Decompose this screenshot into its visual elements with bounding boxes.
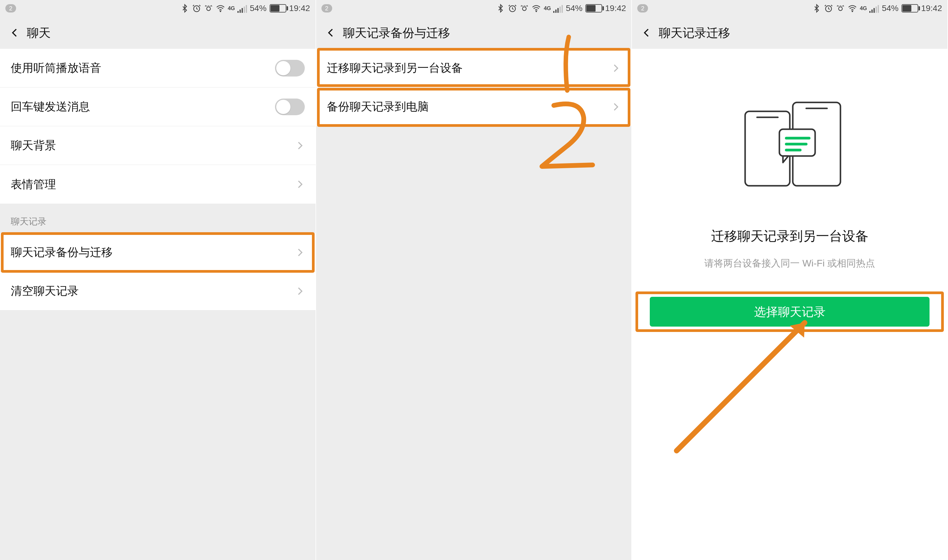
alarm-icon <box>508 4 517 13</box>
options-list: 迁移聊天记录到另一台设备 备份聊天记录到电脑 <box>316 49 632 560</box>
migrate-subtext: 请将两台设备接入同一 Wi-Fi 或相同热点 <box>704 257 875 270</box>
cell-enter-send[interactable]: 回车键发送消息 <box>0 88 316 126</box>
bluetooth-icon <box>496 4 505 13</box>
back-button[interactable] <box>8 26 22 39</box>
cell-backup-to-pc[interactable]: 备份聊天记录到电脑 <box>316 88 632 126</box>
page-title: 聊天 <box>27 25 51 41</box>
two-phones-illustration <box>733 97 846 192</box>
battery-icon <box>586 4 602 12</box>
svg-point-5 <box>536 11 537 12</box>
cell-label: 表情管理 <box>11 177 56 192</box>
toggle-enter-send[interactable] <box>275 98 305 115</box>
svg-point-8 <box>852 11 853 12</box>
signal-icon <box>237 4 247 13</box>
alarm-icon <box>824 4 833 13</box>
section-header-chatlog: 聊天记录 <box>0 204 316 233</box>
svg-point-4 <box>523 7 526 11</box>
migrate-body: 迁移聊天记录到另一台设备 请将两台设备接入同一 Wi-Fi 或相同热点 选择聊天… <box>632 49 947 560</box>
cell-use-earpiece[interactable]: 使用听筒播放语音 <box>0 49 316 88</box>
signal-icon <box>869 4 879 13</box>
battery-icon <box>902 4 918 12</box>
chevron-right-icon <box>610 102 621 112</box>
battery-icon <box>270 4 286 12</box>
chevron-left-icon <box>641 28 652 38</box>
network-type-label: 4G <box>228 5 235 12</box>
chevron-right-icon <box>294 248 305 257</box>
cell-label: 清空聊天记录 <box>11 283 79 298</box>
notification-count-badge: 2 <box>321 4 332 12</box>
cell-label: 备份聊天记录到电脑 <box>327 99 429 114</box>
annotation-arrow <box>665 308 831 463</box>
clock-label: 19:42 <box>921 3 942 13</box>
svg-point-2 <box>220 11 221 12</box>
svg-point-7 <box>839 7 843 11</box>
network-type-label: 4G <box>544 5 551 12</box>
screenshot-3-migrate: 2 4G 54% 19:42 聊天记录迁移 <box>632 0 948 560</box>
clock-label: 19:42 <box>289 3 310 13</box>
back-button[interactable] <box>324 26 338 39</box>
cell-migrate-to-device[interactable]: 迁移聊天记录到另一台设备 <box>316 49 632 88</box>
nav-header: 聊天记录备份与迁移 <box>316 17 632 49</box>
wifi-icon <box>848 4 857 13</box>
cell-chat-background[interactable]: 聊天背景 <box>0 126 316 165</box>
chevron-right-icon <box>294 286 305 296</box>
wifi-icon <box>532 4 541 13</box>
battery-percent-label: 54% <box>250 3 267 13</box>
cell-clear-chatlog[interactable]: 清空聊天记录 <box>0 272 316 311</box>
toggle-use-earpiece[interactable] <box>275 60 305 77</box>
svg-line-17 <box>677 323 805 451</box>
status-bar: 2 4G 54% 19:42 <box>0 0 316 17</box>
cell-label: 聊天背景 <box>11 138 56 153</box>
notification-count-badge: 2 <box>637 4 648 12</box>
eye-icon <box>520 4 529 13</box>
battery-percent-label: 54% <box>566 3 583 13</box>
back-button[interactable] <box>640 26 654 39</box>
chevron-right-icon <box>294 179 305 189</box>
chevron-right-icon <box>294 140 305 151</box>
eye-icon <box>204 4 213 13</box>
chevron-right-icon <box>610 63 621 73</box>
network-type-label: 4G <box>860 5 867 12</box>
cell-label: 聊天记录备份与迁移 <box>11 245 113 260</box>
notification-count-badge: 2 <box>5 4 16 12</box>
settings-list: 使用听筒播放语音 回车键发送消息 聊天背景 表情管理 聊天记录 聊天记录备份与迁… <box>0 49 316 560</box>
cell-label: 使用听筒播放语音 <box>11 60 101 75</box>
screenshot-1-chat-settings: 2 4G 54% 19:42 聊天 使用听筒播放语音 <box>0 0 316 560</box>
svg-rect-13 <box>779 129 815 156</box>
cell-label: 迁移聊天记录到另一台设备 <box>327 60 463 75</box>
status-bar: 2 4G 54% 19:42 <box>316 0 632 17</box>
wifi-icon <box>216 4 225 13</box>
cell-sticker-management[interactable]: 表情管理 <box>0 165 316 204</box>
cell-label: 回车键发送消息 <box>11 99 90 114</box>
alarm-icon <box>192 4 201 13</box>
status-bar: 2 4G 54% 19:42 <box>632 0 947 17</box>
chevron-left-icon <box>9 28 20 38</box>
nav-header: 聊天记录迁移 <box>632 17 947 49</box>
page-title: 聊天记录迁移 <box>659 25 730 41</box>
nav-header: 聊天 <box>0 17 316 49</box>
signal-icon <box>553 4 563 13</box>
select-chatlog-button[interactable]: 选择聊天记录 <box>650 297 930 326</box>
clock-label: 19:42 <box>605 3 626 13</box>
page-title: 聊天记录备份与迁移 <box>343 25 450 41</box>
bluetooth-icon <box>812 4 821 13</box>
migrate-heading: 迁移聊天记录到另一台设备 <box>711 228 868 245</box>
eye-icon <box>836 4 845 13</box>
cell-backup-migrate[interactable]: 聊天记录备份与迁移 <box>0 233 316 272</box>
chevron-left-icon <box>326 28 336 38</box>
battery-percent-label: 54% <box>882 3 899 13</box>
screenshot-2-backup-migrate: 2 4G 54% 19:42 聊天记录备份与迁移 迁移聊天记录到另一台设备 <box>316 0 632 560</box>
svg-point-1 <box>207 7 210 11</box>
bluetooth-icon <box>180 4 189 13</box>
